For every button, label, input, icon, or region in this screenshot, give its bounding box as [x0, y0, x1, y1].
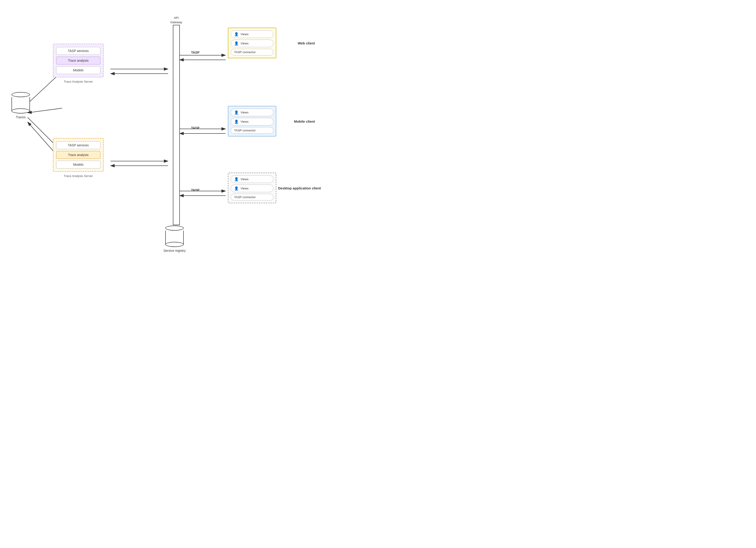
web-client-views-1: 👤 Views	[231, 30, 273, 38]
server-top-tasp-services: TASP services	[56, 47, 100, 55]
cylinder-top	[12, 92, 30, 97]
web-client-box: 👤 Views 👤 Views TASP connector Web clien…	[228, 28, 276, 58]
mobile-client-box: 👤 Views 👤 Views TASP connector Mobile cl…	[228, 106, 276, 136]
traces-db: Traces	[12, 92, 30, 119]
server-top-label: Trace Analysis Server	[53, 80, 103, 83]
web-client-views-2: 👤 Views	[231, 40, 273, 47]
desktop-client-box: 👤 Views 👤 Views TASP connector Desktop a…	[228, 173, 276, 203]
desktop-client-views-1: 👤 Views	[231, 175, 273, 183]
mobile-client-label: Mobile client	[294, 119, 315, 123]
mobile-client-tasp-connector: TASP connector	[231, 127, 273, 134]
server-bottom-trace-analysis: Trace analysis	[56, 151, 100, 159]
service-registry-label: Service registry	[163, 249, 186, 252]
person-icon-5: 👤	[234, 177, 239, 181]
api-gateway-line1: API	[174, 16, 179, 20]
server-bottom-label: Trace Analysis Server	[53, 174, 103, 178]
desktop-client-label: Desktop application client	[278, 186, 322, 190]
traces-label: Traces	[16, 115, 26, 119]
desktop-client-views-2: 👤 Views	[231, 185, 273, 192]
api-gateway: API Gateway	[170, 16, 182, 225]
server-bottom-box: TASP services Trace analysis Models Trac…	[53, 138, 104, 172]
service-registry-top	[165, 226, 184, 231]
svg-line-3	[28, 108, 62, 113]
api-gateway-line2: Gateway	[170, 20, 182, 24]
tasp-label-top: TASP	[191, 51, 199, 54]
mobile-client-views-1: 👤 Views	[231, 109, 273, 116]
tasp-label-middle: TASP	[191, 126, 199, 130]
server-top-trace-analysis: Trace analysis	[56, 57, 100, 64]
desktop-client-tasp-connector: TASP connector	[231, 194, 273, 200]
tasp-label-bottom: TASP	[191, 188, 199, 192]
person-icon-1: 👤	[234, 32, 239, 36]
server-top-models: Models	[56, 66, 100, 74]
arrows-svg	[0, 0, 378, 274]
person-icon-6: 👤	[234, 186, 239, 191]
web-client-label: Web client	[298, 41, 315, 45]
cylinder-bottom-ellipse	[12, 108, 30, 113]
person-icon-4: 👤	[234, 119, 239, 124]
service-registry-bottom	[165, 242, 184, 247]
diagram-container: Traces TASP services Trace analysis Mode…	[0, 0, 378, 274]
api-gateway-bar	[173, 25, 180, 225]
server-bottom-models: Models	[56, 161, 100, 168]
web-client-tasp-connector: TASP connector	[231, 49, 273, 55]
server-bottom-tasp-services: TASP services	[56, 141, 100, 149]
person-icon-3: 👤	[234, 110, 239, 115]
person-icon-2: 👤	[234, 41, 239, 46]
mobile-client-views-2: 👤 Views	[231, 118, 273, 125]
service-registry-db: Service registry	[163, 226, 186, 252]
server-top-box: TASP services Trace analysis Models Trac…	[53, 44, 104, 77]
